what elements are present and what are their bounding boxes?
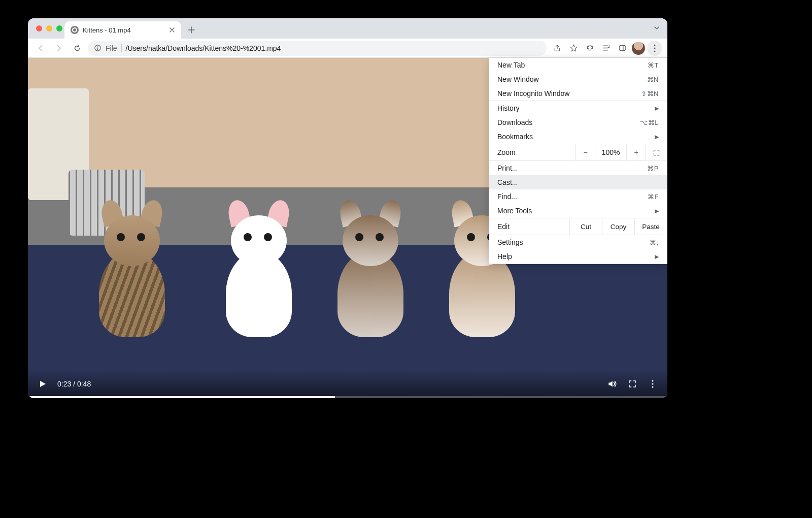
menu-edit: Edit Cut Copy Paste	[489, 218, 667, 235]
share-button[interactable]	[550, 41, 565, 56]
svg-point-5	[654, 50, 655, 52]
toolbar-actions	[550, 41, 662, 56]
svg-point-6	[652, 380, 653, 381]
zoom-in-button[interactable]: +	[626, 144, 646, 160]
video-controls: 0:23 / 0:48	[28, 370, 667, 398]
chrome-menu-button[interactable]	[647, 41, 662, 56]
maximize-window-button[interactable]	[56, 25, 62, 31]
video-frame-decor	[89, 205, 175, 337]
reading-list-button[interactable]	[598, 41, 614, 56]
svg-point-1	[97, 46, 98, 47]
menu-copy[interactable]: Copy	[602, 218, 634, 235]
browser-window: Kittens - 01.mp4 File /Users/natka/Downl…	[28, 18, 667, 398]
menu-cut[interactable]: Cut	[569, 218, 602, 235]
chevron-right-icon: ▶	[655, 253, 659, 260]
video-time: 0:23 / 0:48	[57, 380, 91, 388]
svg-point-3	[654, 44, 655, 46]
menu-new-tab[interactable]: New Tab⌘T	[489, 58, 667, 72]
menu-new-window[interactable]: New Window⌘N	[489, 72, 667, 86]
url-scheme: File	[106, 44, 117, 52]
svg-rect-2	[619, 46, 625, 51]
svg-point-4	[654, 47, 655, 49]
play-button[interactable]	[37, 378, 48, 390]
url-path: /Users/natka/Downloads/Kittens%20-%2001.…	[126, 44, 281, 52]
window-controls	[36, 25, 62, 31]
menu-settings[interactable]: Settings⌘,	[489, 235, 667, 249]
menu-more-tools[interactable]: More Tools▶	[489, 204, 667, 218]
close-tab-button[interactable]	[168, 26, 176, 34]
profile-avatar[interactable]	[631, 41, 646, 56]
bookmark-button[interactable]	[566, 41, 581, 56]
new-tab-button[interactable]	[184, 23, 198, 37]
forward-button[interactable]	[51, 41, 66, 56]
menu-find[interactable]: Find...⌘F	[489, 189, 667, 204]
menu-paste[interactable]: Paste	[634, 218, 667, 235]
menu-help[interactable]: Help▶	[489, 249, 667, 264]
site-info-icon	[94, 44, 101, 52]
chrome-menu: New Tab⌘T New Window⌘N New Incognito Win…	[489, 58, 667, 264]
menu-zoom: Zoom − 100% +	[489, 144, 667, 161]
reload-button[interactable]	[70, 41, 85, 56]
browser-tab[interactable]: Kittens - 01.mp4	[64, 21, 181, 39]
tab-strip: Kittens - 01.mp4	[28, 18, 667, 39]
fullscreen-button[interactable]	[627, 378, 638, 390]
minimize-window-button[interactable]	[46, 25, 52, 31]
chevron-right-icon: ▶	[655, 134, 659, 140]
menu-downloads[interactable]: Downloads⌥⌘L	[489, 115, 667, 130]
extensions-button[interactable]	[582, 41, 597, 56]
tab-title: Kittens - 01.mp4	[83, 26, 164, 34]
zoom-value: 100%	[595, 144, 626, 160]
chevron-right-icon: ▶	[655, 105, 659, 112]
side-panel-button[interactable]	[615, 41, 630, 56]
chevron-right-icon: ▶	[655, 208, 659, 214]
video-more-button[interactable]	[647, 378, 658, 390]
file-icon	[71, 26, 79, 34]
video-frame-decor	[216, 205, 302, 337]
menu-new-incognito[interactable]: New Incognito Window⇧⌘N	[489, 86, 667, 101]
video-frame-decor	[327, 205, 414, 337]
svg-point-8	[652, 386, 653, 387]
zoom-fullscreen-button[interactable]	[646, 144, 667, 160]
tab-search-button[interactable]	[653, 24, 660, 31]
close-window-button[interactable]	[36, 25, 42, 31]
video-progress[interactable]	[28, 396, 667, 398]
menu-history[interactable]: History▶	[489, 101, 667, 115]
menu-print[interactable]: Print...⌘P	[489, 161, 667, 175]
zoom-out-button[interactable]: −	[576, 144, 595, 160]
toolbar: File /Users/natka/Downloads/Kittens%20-%…	[28, 39, 667, 58]
menu-bookmarks[interactable]: Bookmarks▶	[489, 130, 667, 144]
back-button[interactable]	[33, 41, 48, 56]
volume-button[interactable]	[606, 378, 618, 390]
svg-point-7	[652, 383, 653, 384]
address-bar[interactable]: File /Users/natka/Downloads/Kittens%20-%…	[88, 41, 547, 56]
menu-cast[interactable]: Cast...	[489, 175, 667, 189]
